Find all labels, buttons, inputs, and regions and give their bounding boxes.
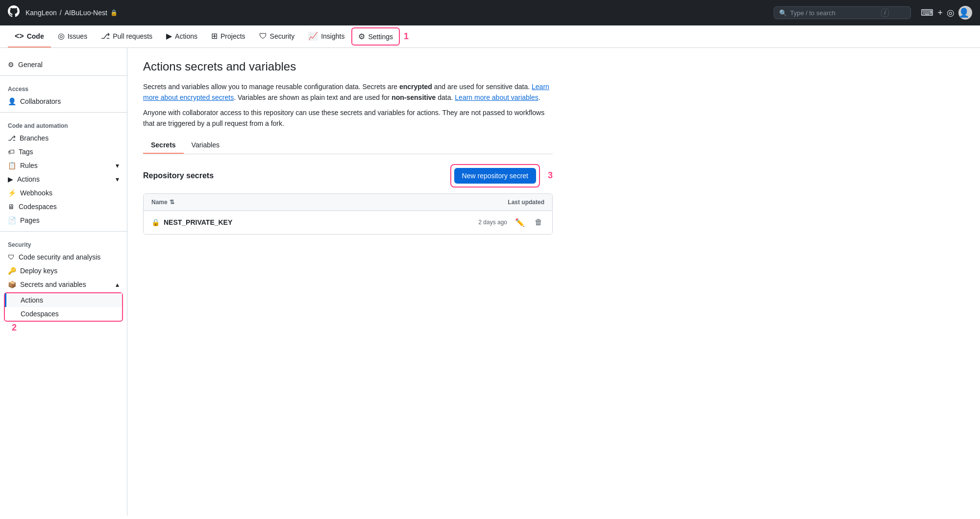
breadcrumb-repo[interactable]: AIBuLuo-Nest [65, 9, 107, 17]
delete-secret-button[interactable]: 🗑 [533, 216, 544, 229]
branch-icon: ⎇ [8, 134, 16, 142]
security-icon: 🛡 [259, 32, 267, 41]
new-item-button[interactable]: + [937, 8, 943, 18]
actions-chevron-icon: ▾ [116, 175, 119, 183]
secrets-icon: 📦 [8, 281, 16, 288]
sidebar-collaborators-label: Collaborators [20, 97, 61, 105]
secret-lock-icon: 🔒 [151, 218, 160, 226]
sort-icon[interactable]: ⇅ [170, 199, 174, 206]
sidebar-item-collaborators[interactable]: 👤 Collaborators [0, 94, 127, 108]
sidebar-deploy-keys-label: Deploy keys [20, 267, 57, 275]
key-icon: 🔑 [8, 267, 16, 275]
annotation-2: 2 [4, 323, 17, 332]
col-last-updated-label: Last updated [508, 199, 544, 206]
code-icon: <> [15, 32, 24, 41]
sidebar-security-section: Security [0, 236, 127, 250]
sidebar-item-branches[interactable]: ⎇ Branches [0, 131, 127, 145]
nav-settings[interactable]: ⚙ Settings [351, 27, 400, 46]
sidebar-sep-3 [0, 231, 127, 232]
subitem-actions-label: Actions [21, 296, 43, 304]
secret-last-updated: 2 days ago [478, 219, 507, 226]
breadcrumb-separator: / [60, 9, 62, 17]
sidebar-item-actions[interactable]: ▶ Actions ▾ [0, 172, 127, 186]
sidebar-webhooks-label: Webhooks [20, 189, 52, 197]
sidebar-secrets-subitems-highlighted: Actions Codespaces [4, 292, 123, 322]
table-row: 🔒 NEST_PRIVATE_KEY 2 days ago ✏️ 🗑 [144, 211, 552, 234]
sidebar-item-codespaces[interactable]: 🖥 Codespaces [0, 200, 127, 213]
actions-sidebar-icon: ▶ [8, 175, 13, 183]
nav-insights[interactable]: 📈 Insights [301, 25, 351, 47]
sidebar-item-secrets-variables[interactable]: 📦 Secrets and variables ▴ [0, 278, 127, 291]
sidebar-sep-2 [0, 112, 127, 113]
secrets-section-header: Repository secrets New repository secret… [143, 164, 553, 188]
main-layout: ⚙ General Access 👤 Collaborators Code an… [0, 48, 980, 516]
rules-icon: 📋 [8, 162, 16, 169]
nav-security-label: Security [270, 32, 295, 40]
description-line-1: Secrets and variables allow you to manag… [143, 81, 553, 103]
breadcrumb-user[interactable]: KangLeon [25, 9, 57, 17]
nav-security[interactable]: 🛡 Security [252, 26, 302, 47]
sidebar-item-webhooks[interactable]: ⚡ Webhooks [0, 186, 127, 200]
nav-issues-label: Issues [68, 32, 87, 40]
subitem-codespaces-label: Codespaces [21, 310, 59, 318]
edit-secret-button[interactable]: ✏️ [513, 216, 527, 229]
sidebar-tags-label: Tags [19, 148, 33, 156]
annotation-1: 1 [404, 31, 409, 42]
tab-variables[interactable]: Variables [184, 137, 227, 154]
sidebar-item-deploy-keys[interactable]: 🔑 Deploy keys [0, 264, 127, 278]
nav-pull-requests[interactable]: ⎇ Pull requests [94, 25, 159, 47]
sidebar-access-section: Access [0, 80, 127, 94]
nav-code-label: Code [27, 32, 44, 40]
sidebar-secrets-variables-label: Secrets and variables [20, 281, 86, 288]
pages-icon: 📄 [8, 216, 16, 224]
sidebar-general-label: General [18, 61, 43, 69]
sidebar-item-general[interactable]: ⚙ General [0, 58, 127, 71]
nav-actions[interactable]: ▶ Actions [159, 25, 204, 47]
terminal-button[interactable]: ⌨ [921, 7, 933, 18]
search-icon: 🔍 [779, 9, 787, 17]
desc-text-1: Secrets and variables allow you to manag… [143, 83, 399, 91]
search-bar[interactable]: 🔍 / [774, 6, 911, 19]
secret-name-value: NEST_PRIVATE_KEY [164, 218, 232, 226]
search-input[interactable] [790, 9, 878, 17]
nav-code[interactable]: <> Code [8, 26, 51, 47]
secret-name-cell: 🔒 NEST_PRIVATE_KEY [151, 218, 478, 226]
nav-projects[interactable]: ⊞ Projects [204, 25, 252, 47]
actions-nav-icon: ▶ [166, 31, 172, 41]
breadcrumb-lock-icon: 🔒 [110, 9, 118, 16]
new-secret-button-highlight: New repository secret [450, 164, 540, 188]
sidebar-actions-label: Actions [17, 175, 40, 183]
link-variables[interactable]: Learn more about variables [455, 94, 538, 101]
secrets-table: Name ⇅ Last updated 🔒 NEST_PRIVATE_KEY 2… [143, 193, 553, 235]
sidebar-subitem-actions[interactable]: Actions [5, 293, 122, 307]
nav-issues[interactable]: ◎ Issues [51, 25, 94, 47]
avatar[interactable]: 👤 [958, 6, 972, 20]
secrets-chevron-icon: ▴ [116, 281, 119, 288]
content-area: Actions secrets and variables Secrets an… [127, 48, 568, 516]
issues-icon: ◎ [58, 31, 65, 41]
person-icon: 👤 [8, 97, 16, 105]
sidebar-item-code-security[interactable]: 🛡 Code security and analysis [0, 250, 127, 264]
projects-icon: ⊞ [211, 31, 218, 41]
inbox-button[interactable]: ◎ [947, 7, 955, 18]
tab-secrets[interactable]: Secrets [143, 137, 184, 154]
desc-text-4: data. [436, 94, 455, 101]
search-kbd: / [881, 9, 888, 17]
sidebar-item-rules[interactable]: 📋 Rules ▾ [0, 159, 127, 172]
breadcrumb: KangLeon / AIBuLuo-Nest 🔒 [25, 9, 118, 17]
secret-meta: 2 days ago ✏️ 🗑 [478, 216, 544, 229]
desc-text-2: and are used for sensitive data. [432, 83, 532, 91]
gear-icon: ⚙ [8, 61, 14, 69]
page-title: Actions secrets and variables [143, 60, 553, 73]
sidebar-item-pages[interactable]: 📄 Pages [0, 213, 127, 227]
table-col-name: Name ⇅ [151, 199, 174, 206]
sidebar-item-tags[interactable]: 🏷 Tags [0, 145, 127, 159]
sidebar-subitem-codespaces[interactable]: Codespaces [5, 307, 122, 321]
description-line-2: Anyone with collaborator access to this … [143, 107, 553, 129]
repository-secrets-title: Repository secrets [143, 171, 214, 180]
tag-icon: 🏷 [8, 148, 15, 156]
shield-icon: 🛡 [8, 253, 15, 261]
repo-nav: <> Code ◎ Issues ⎇ Pull requests ▶ Actio… [0, 25, 980, 48]
sidebar-rules-label: Rules [20, 162, 38, 169]
new-repository-secret-button[interactable]: New repository secret [454, 168, 536, 184]
